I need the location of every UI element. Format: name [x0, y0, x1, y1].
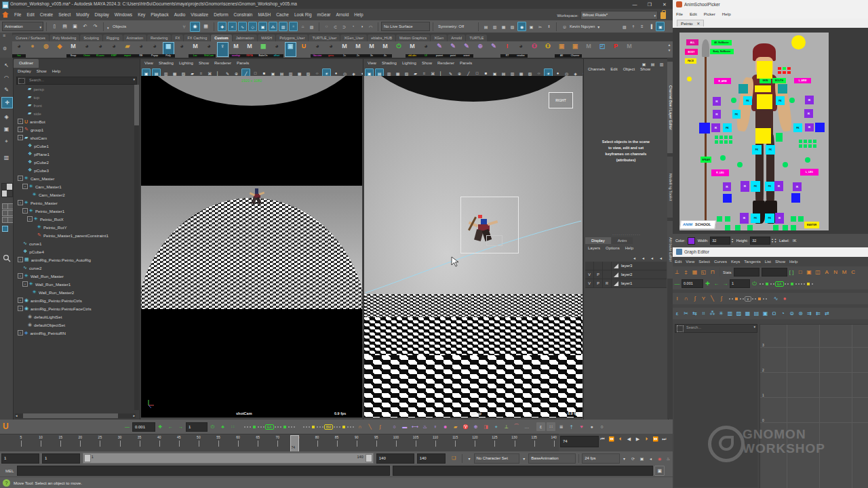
- picker-button[interactable]: [724, 136, 728, 139]
- chevron-down-icon[interactable]: ▾: [520, 454, 528, 462]
- klaunch-script-icon[interactable]: ◕KLaunc: [94, 42, 107, 58]
- spring-icon[interactable]: ♈: [461, 422, 470, 431]
- layer-toggle[interactable]: R: [603, 279, 612, 287]
- picker-button[interactable]: [737, 162, 743, 167]
- range-end-handle[interactable]: [366, 454, 372, 462]
- undo-icon[interactable]: ↶: [81, 22, 90, 31]
- power-toggle-icon[interactable]: ⏻: [750, 279, 759, 289]
- outliner-item[interactable]: ◉defaultObjectSet: [15, 321, 132, 329]
- picker-button-fk[interactable]: FK: [765, 214, 774, 223]
- re-script-icon[interactable]: ◕RE: [134, 42, 148, 58]
- picker-button-r-arm[interactable]: R_ARM: [714, 78, 731, 84]
- outliner-item[interactable]: ▰front: [15, 101, 132, 109]
- expand-toggle-icon[interactable]: +: [22, 184, 28, 189]
- snap-to-grid-icon[interactable]: ◌: [323, 22, 330, 30]
- selection-mask-dropdown[interactable]: ▾ Objects: [106, 22, 179, 30]
- lasso-tool-icon[interactable]: ◠: [1, 73, 12, 83]
- layer-toggle[interactable]: P: [594, 270, 603, 279]
- step-forward-key-icon[interactable]: ⏵: [642, 436, 651, 442]
- go-to-end-icon[interactable]: ⏭: [660, 436, 669, 442]
- tool-settings-toggle-icon[interactable]: ▐: [647, 22, 654, 30]
- picker-button-fk[interactable]: FK: [723, 123, 732, 132]
- viewport-persp[interactable]: ViewShadingLightingShowRendererPanels ▣▤…: [363, 58, 584, 420]
- plus-icon[interactable]: ✚: [703, 279, 712, 289]
- picker-button[interactable]: [791, 193, 800, 203]
- panel-tab-modelling-toolkit[interactable]: Modelling Toolkit: [667, 157, 673, 218]
- onion-skin-script-icon[interactable]: ◕Onion: [80, 42, 94, 58]
- layer-tab-display[interactable]: Display: [585, 237, 611, 244]
- sphere-icon[interactable]: ●: [587, 422, 596, 431]
- graph-menu-show[interactable]: Show: [773, 260, 787, 264]
- panel-tab-channel-box-layer-editor[interactable]: Channel Box / Layer Editor: [667, 62, 673, 153]
- cube-tool-icon[interactable]: ◰: [595, 42, 609, 58]
- lock-tangent-weight-icon[interactable]: ⁂: [708, 309, 717, 319]
- outliner-tab[interactable]: Outliner: [14, 59, 39, 68]
- shelf-tab-fx-caching[interactable]: FX Caching: [184, 35, 210, 41]
- layer-toggle[interactable]: P: [594, 279, 603, 287]
- show-manipulator-icon[interactable]: ⌖: [1, 136, 12, 146]
- last-tool-icon[interactable]: ▥: [1, 152, 12, 163]
- picker-button-ik[interactable]: IK: [713, 110, 721, 119]
- menu-cache[interactable]: Cache: [273, 11, 292, 18]
- picker-button-l-arm[interactable]: L_ARM: [794, 78, 811, 83]
- layer-menu-help[interactable]: Help: [623, 245, 636, 251]
- wireframe-swatch[interactable]: [1, 190, 13, 197]
- create-layer-from-selected-icon[interactable]: ◂: [639, 253, 647, 262]
- scrollbar-thumb[interactable]: [134, 85, 139, 125]
- picker-button[interactable]: [783, 71, 786, 74]
- current-time-indicator[interactable]: 74: [290, 435, 299, 453]
- outliner-item[interactable]: +✳Wall_Run_Master1: [15, 280, 132, 288]
- snap-to-point-icon[interactable]: ⊃: [340, 22, 348, 30]
- outliner-item[interactable]: ▰top: [15, 93, 132, 101]
- picker-button[interactable]: [798, 216, 804, 222]
- walk-cycle-icon[interactable]: ♨: [420, 422, 429, 431]
- picker-button-fk[interactable]: FK: [732, 110, 741, 119]
- step-back-frames-icon[interactable]: ⏪: [607, 436, 616, 442]
- outliner-search-input[interactable]: Search... ▾: [16, 77, 137, 85]
- outliner-item[interactable]: +◉animRig_Peinto:PeintoCtrls: [15, 296, 132, 304]
- viewport-canvas[interactable]: 1920 x 1080 shotCam 0.9: [141, 76, 362, 418]
- resolve-script-icon[interactable]: ◕resolve: [514, 42, 528, 58]
- shakecam-script-icon[interactable]: ◕ShkCam: [202, 42, 216, 58]
- record-icon[interactable]: ●: [781, 294, 789, 304]
- euler-filter-icon[interactable]: ε: [536, 422, 545, 431]
- graph-menu-help[interactable]: Help: [787, 260, 800, 264]
- photoshop-icon[interactable]: P: [609, 42, 623, 58]
- mel-gray2-icon[interactable]: M: [623, 42, 636, 58]
- sound-icon[interactable]: ◂: [647, 454, 654, 462]
- blend-tag[interactable]: BM: [324, 424, 334, 430]
- key-dots-icon[interactable]: ∷: [547, 422, 555, 431]
- human-ik-yellow-icon[interactable]: ⚇: [541, 42, 555, 58]
- layout-persp-graph-hypergraph-icon[interactable]: [2, 226, 8, 232]
- pivot-icon[interactable]: ⌖: [492, 422, 500, 431]
- bake-on-icon[interactable]: ▦BakeOn: [256, 42, 270, 58]
- expand-toggle-icon[interactable]: +: [22, 208, 28, 214]
- range-start-field[interactable]: 1: [1, 453, 39, 464]
- snap-keys-icon[interactable]: ▦: [743, 309, 752, 319]
- snap-to-view-plane-icon[interactable]: ◑: [358, 22, 366, 30]
- picker-button[interactable]: [813, 140, 816, 143]
- graph-menu-edit[interactable]: Edit: [673, 260, 684, 264]
- key-value-field[interactable]: 0.001: [132, 422, 155, 432]
- shelf-tab-sculpting[interactable]: Sculpting: [80, 35, 102, 41]
- layers-icon[interactable]: ≣: [557, 422, 566, 431]
- picker-button-ik[interactable]: IK: [713, 97, 721, 106]
- align-icon[interactable]: ⊥: [502, 422, 511, 431]
- render-current-frame-icon[interactable]: ▤: [482, 22, 490, 30]
- scrollbar-thumb[interactable]: [23, 413, 118, 418]
- character-set-field[interactable]: No Character Set: [474, 453, 520, 464]
- viewport-menu-show[interactable]: Show: [419, 60, 435, 66]
- locator-script-icon[interactable]: MLoc: [189, 42, 202, 58]
- step-back-key-icon[interactable]: ⏴: [616, 436, 625, 442]
- swap-buffer-curve-icon[interactable]: ▨: [734, 309, 743, 319]
- outliner-item[interactable]: ❖pCube2: [15, 158, 132, 166]
- picker-button[interactable]: [725, 216, 730, 222]
- curve-icon[interactable]: ∿: [772, 294, 781, 304]
- animation-preferences-icon[interactable]: ◉: [656, 454, 663, 462]
- expand-toggle-icon[interactable]: +: [18, 135, 23, 140]
- picker-button-fk[interactable]: FK: [743, 96, 752, 105]
- human-ik-pink-icon[interactable]: ⚇: [528, 42, 541, 58]
- stacked-view-icon[interactable]: M: [840, 268, 849, 277]
- menu-help[interactable]: Help: [351, 11, 366, 18]
- constraint-icon[interactable]: ✎: [487, 42, 500, 58]
